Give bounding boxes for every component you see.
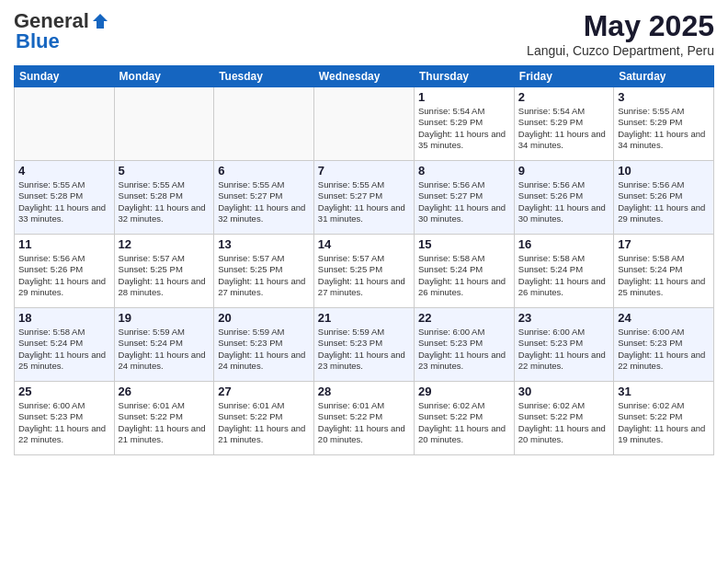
logo: General Blue — [14, 9, 109, 53]
day-number: 29 — [418, 385, 510, 398]
day-number: 21 — [318, 311, 410, 325]
calendar-day-cell: 21Sunrise: 5:59 AMSunset: 5:23 PMDayligh… — [313, 308, 414, 382]
weekday-header: Friday — [514, 66, 613, 87]
day-info: Sunrise: 5:59 AMSunset: 5:23 PMDaylight:… — [318, 327, 410, 372]
calendar-day-cell: 7Sunrise: 5:55 AMSunset: 5:27 PMDaylight… — [313, 161, 414, 235]
day-info: Sunrise: 5:54 AMSunset: 5:29 PMDaylight:… — [418, 106, 510, 151]
day-info: Sunrise: 6:00 AMSunset: 5:23 PMDaylight:… — [18, 400, 110, 445]
calendar-day-cell — [114, 87, 214, 161]
day-number: 7 — [318, 164, 410, 178]
day-info: Sunrise: 6:02 AMSunset: 5:22 PMDaylight:… — [418, 400, 510, 445]
day-number: 15 — [418, 237, 510, 251]
day-info: Sunrise: 6:01 AMSunset: 5:22 PMDaylight:… — [119, 400, 210, 445]
day-number: 20 — [218, 311, 310, 325]
calendar-week-row: 4Sunrise: 5:55 AMSunset: 5:28 PMDaylight… — [15, 161, 714, 235]
calendar-day-cell: 3Sunrise: 5:55 AMSunset: 5:29 PMDaylight… — [614, 87, 714, 161]
calendar-day-cell: 14Sunrise: 5:57 AMSunset: 5:25 PMDayligh… — [313, 235, 414, 308]
day-number: 27 — [218, 385, 310, 398]
month-title: May 2025 — [527, 9, 714, 43]
day-info: Sunrise: 5:56 AMSunset: 5:26 PMDaylight:… — [518, 179, 609, 224]
calendar-week-row: 25Sunrise: 6:00 AMSunset: 5:23 PMDayligh… — [15, 382, 714, 455]
day-info: Sunrise: 5:54 AMSunset: 5:29 PMDaylight:… — [518, 106, 609, 151]
day-number: 8 — [418, 164, 510, 178]
calendar-day-cell: 24Sunrise: 6:00 AMSunset: 5:23 PMDayligh… — [614, 308, 714, 382]
weekday-header: Saturday — [614, 66, 714, 87]
calendar-day-cell: 29Sunrise: 6:02 AMSunset: 5:22 PMDayligh… — [415, 382, 515, 455]
day-number: 12 — [119, 237, 210, 251]
day-info: Sunrise: 5:58 AMSunset: 5:24 PMDaylight:… — [418, 253, 510, 298]
calendar-day-cell — [15, 87, 115, 161]
day-info: Sunrise: 5:57 AMSunset: 5:25 PMDaylight:… — [218, 253, 310, 298]
day-number: 26 — [119, 385, 210, 398]
calendar-day-cell: 19Sunrise: 5:59 AMSunset: 5:24 PMDayligh… — [114, 308, 214, 382]
calendar-day-cell — [313, 87, 414, 161]
day-number: 10 — [618, 164, 710, 178]
weekday-header: Sunday — [15, 66, 115, 87]
calendar-day-cell: 25Sunrise: 6:00 AMSunset: 5:23 PMDayligh… — [15, 382, 115, 455]
day-info: Sunrise: 5:56 AMSunset: 5:27 PMDaylight:… — [418, 179, 510, 224]
calendar-day-cell: 27Sunrise: 6:01 AMSunset: 5:22 PMDayligh… — [214, 382, 314, 455]
day-number: 13 — [218, 237, 310, 251]
day-info: Sunrise: 5:58 AMSunset: 5:24 PMDaylight:… — [518, 253, 609, 298]
day-number: 19 — [119, 311, 210, 325]
day-info: Sunrise: 5:55 AMSunset: 5:27 PMDaylight:… — [318, 179, 410, 224]
calendar-day-cell: 28Sunrise: 6:01 AMSunset: 5:22 PMDayligh… — [313, 382, 414, 455]
calendar-day-cell — [214, 87, 314, 161]
weekday-header: Wednesday — [313, 66, 414, 87]
calendar-day-cell: 5Sunrise: 5:55 AMSunset: 5:28 PMDaylight… — [114, 161, 214, 235]
day-info: Sunrise: 6:00 AMSunset: 5:23 PMDaylight:… — [618, 327, 710, 372]
day-number: 14 — [318, 237, 410, 251]
day-info: Sunrise: 5:55 AMSunset: 5:28 PMDaylight:… — [119, 179, 210, 224]
calendar-day-cell: 13Sunrise: 5:57 AMSunset: 5:25 PMDayligh… — [214, 235, 314, 308]
location: Langui, Cuzco Department, Peru — [527, 43, 714, 58]
calendar-day-cell: 4Sunrise: 5:55 AMSunset: 5:28 PMDaylight… — [15, 161, 115, 235]
calendar-day-cell: 23Sunrise: 6:00 AMSunset: 5:23 PMDayligh… — [514, 308, 613, 382]
day-number: 31 — [618, 385, 710, 398]
calendar-day-cell: 15Sunrise: 5:58 AMSunset: 5:24 PMDayligh… — [415, 235, 515, 308]
weekday-header: Tuesday — [214, 66, 314, 87]
day-info: Sunrise: 5:55 AMSunset: 5:29 PMDaylight:… — [618, 106, 710, 151]
day-number: 2 — [518, 90, 609, 104]
day-number: 17 — [618, 237, 710, 251]
day-info: Sunrise: 5:59 AMSunset: 5:23 PMDaylight:… — [218, 327, 310, 372]
calendar-day-cell: 30Sunrise: 6:02 AMSunset: 5:22 PMDayligh… — [514, 382, 613, 455]
calendar-week-row: 1Sunrise: 5:54 AMSunset: 5:29 PMDaylight… — [15, 87, 714, 161]
day-info: Sunrise: 5:58 AMSunset: 5:24 PMDaylight:… — [18, 327, 110, 372]
title-section: May 2025 Langui, Cuzco Department, Peru — [527, 9, 714, 58]
day-number: 1 — [418, 90, 510, 104]
calendar-day-cell: 9Sunrise: 5:56 AMSunset: 5:26 PMDaylight… — [514, 161, 613, 235]
calendar-day-cell: 22Sunrise: 6:00 AMSunset: 5:23 PMDayligh… — [415, 308, 515, 382]
weekday-header: Monday — [114, 66, 214, 87]
day-number: 30 — [518, 385, 609, 398]
calendar-day-cell: 12Sunrise: 5:57 AMSunset: 5:25 PMDayligh… — [114, 235, 214, 308]
day-number: 25 — [18, 385, 110, 398]
day-number: 5 — [119, 164, 210, 178]
logo-blue: Blue — [16, 29, 60, 53]
day-number: 11 — [18, 237, 110, 251]
logo-icon — [91, 12, 109, 30]
calendar-day-cell: 8Sunrise: 5:56 AMSunset: 5:27 PMDaylight… — [415, 161, 515, 235]
day-info: Sunrise: 6:00 AMSunset: 5:23 PMDaylight:… — [418, 327, 510, 372]
header: General Blue May 2025 Langui, Cuzco Depa… — [14, 9, 714, 58]
day-info: Sunrise: 6:00 AMSunset: 5:23 PMDaylight:… — [518, 327, 609, 372]
day-info: Sunrise: 5:55 AMSunset: 5:27 PMDaylight:… — [218, 179, 310, 224]
calendar-day-cell: 31Sunrise: 6:02 AMSunset: 5:22 PMDayligh… — [614, 382, 714, 455]
day-number: 28 — [318, 385, 410, 398]
day-info: Sunrise: 6:01 AMSunset: 5:22 PMDaylight:… — [218, 400, 310, 445]
day-info: Sunrise: 5:58 AMSunset: 5:24 PMDaylight:… — [618, 253, 710, 298]
calendar-day-cell: 10Sunrise: 5:56 AMSunset: 5:26 PMDayligh… — [614, 161, 714, 235]
day-info: Sunrise: 5:56 AMSunset: 5:26 PMDaylight:… — [618, 179, 710, 224]
day-number: 22 — [418, 311, 510, 325]
calendar-day-cell: 1Sunrise: 5:54 AMSunset: 5:29 PMDaylight… — [415, 87, 515, 161]
calendar-header-row: SundayMondayTuesdayWednesdayThursdayFrid… — [15, 66, 714, 87]
day-info: Sunrise: 5:57 AMSunset: 5:25 PMDaylight:… — [119, 253, 210, 298]
calendar-week-row: 11Sunrise: 5:56 AMSunset: 5:26 PMDayligh… — [15, 235, 714, 308]
svg-marker-0 — [93, 14, 108, 29]
day-number: 4 — [18, 164, 110, 178]
day-info: Sunrise: 6:01 AMSunset: 5:22 PMDaylight:… — [318, 400, 410, 445]
calendar-day-cell: 2Sunrise: 5:54 AMSunset: 5:29 PMDaylight… — [514, 87, 613, 161]
day-number: 16 — [518, 237, 609, 251]
day-number: 3 — [618, 90, 710, 104]
calendar-day-cell: 11Sunrise: 5:56 AMSunset: 5:26 PMDayligh… — [15, 235, 115, 308]
day-info: Sunrise: 6:02 AMSunset: 5:22 PMDaylight:… — [618, 400, 710, 445]
